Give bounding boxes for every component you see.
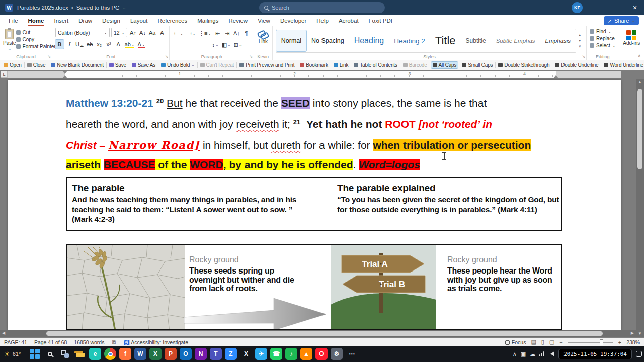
line-spacing-icon[interactable]: ↕⌄ — [211, 40, 219, 49]
quickbar-link[interactable]: Link — [332, 62, 350, 68]
style-no-spacing[interactable]: No Spacing — [306, 30, 349, 51]
app-more[interactable]: ⋯ — [346, 348, 358, 360]
search-box[interactable]: Search — [259, 2, 385, 13]
sort-icon[interactable]: A↓ — [232, 29, 241, 38]
close-button[interactable]: × — [626, 0, 644, 15]
proofing-icon[interactable]: 🖹 — [111, 339, 116, 345]
clear-formatting-icon[interactable]: A — [157, 28, 166, 37]
editing-find-button[interactable]: Find⌄ — [590, 29, 616, 34]
app-teams[interactable]: T — [210, 348, 222, 360]
dialog-launcher-icon[interactable]: ↘ — [249, 54, 253, 59]
font-size-select[interactable]: 12 ⌄ — [111, 28, 127, 37]
decrease-indent-icon[interactable]: ⇤ — [213, 29, 222, 38]
quickbar-save[interactable]: Save — [108, 62, 128, 68]
volume-icon[interactable] — [548, 351, 554, 356]
italic-icon[interactable]: I — [65, 40, 73, 49]
zoom-slider-thumb[interactable] — [600, 339, 603, 345]
parable-table[interactable]: The parable And he was teaching them man… — [66, 177, 562, 231]
page[interactable]: Matthew 13:20-21 20 But he that received… — [8, 80, 621, 330]
tab-mailings[interactable]: Mailings — [193, 15, 223, 26]
tab-developer[interactable]: Developer — [276, 15, 311, 26]
ruler[interactable]: L 1234 — [0, 70, 644, 79]
change-case-icon[interactable]: Aa — [148, 28, 156, 37]
scroll-up-icon[interactable]: ▲ — [636, 80, 644, 84]
style-heading-2[interactable]: Heading 2 — [389, 30, 430, 51]
superscript-icon[interactable]: x² — [105, 40, 113, 49]
align-center-icon[interactable]: ≡ — [182, 40, 191, 49]
taskbar-clock[interactable]: 2025-11-05 19:37:04 — [558, 349, 632, 359]
quickbar-barcode[interactable]: Barcode — [401, 62, 429, 68]
style-heading[interactable]: Heading — [349, 30, 389, 51]
app-zoom[interactable]: Z — [225, 348, 237, 360]
dialog-launcher-icon[interactable]: ↘ — [582, 54, 585, 59]
tab-selector[interactable]: L — [1, 71, 8, 78]
page-of-label[interactable]: Page 41 of 68 — [34, 339, 67, 345]
quickbar-print-preview-and-print[interactable]: Print Preview and Print — [238, 62, 296, 68]
user-avatar[interactable]: KF — [572, 2, 583, 13]
bullets-icon[interactable]: ≔⌄ — [173, 29, 184, 38]
notifications-icon[interactable] — [636, 351, 642, 357]
quickbar-bookmark[interactable]: Bookmark — [298, 62, 329, 68]
tab-foxit-pdf[interactable]: Foxit PDF — [364, 15, 399, 26]
dialog-launcher-icon[interactable]: ↘ — [47, 54, 51, 59]
strikethrough-icon[interactable]: ab — [86, 40, 94, 49]
tab-view[interactable]: View — [253, 15, 275, 26]
scripture-paragraph[interactable]: Matthew 13:20-21 20 But he that received… — [66, 93, 564, 174]
accessibility-status[interactable]: ♿ Accessibility: Investigate — [123, 339, 188, 345]
scroll-down-icon[interactable]: ▼ — [636, 331, 644, 336]
dialog-launcher-icon[interactable]: ↘ — [165, 54, 169, 59]
quickbar-word-underline[interactable]: Word Underline — [602, 62, 644, 68]
minimize-button[interactable] — [590, 0, 608, 15]
rocky-ground-figure[interactable]: Rocky ground These seeds spring up overn… — [66, 244, 562, 330]
read-mode-icon[interactable]: ▤ — [531, 339, 536, 345]
paste-button[interactable]: Paste ⌄ — [3, 28, 16, 53]
quickbar-double-underline[interactable]: Double Underline — [553, 62, 600, 68]
word-count[interactable]: 16850 words — [74, 339, 104, 345]
borders-icon[interactable]: ⊞⌄ — [233, 40, 244, 49]
quickbar-all-caps[interactable]: All Caps — [431, 62, 458, 68]
app-excel[interactable]: X — [149, 348, 162, 360]
network-icon[interactable] — [539, 351, 544, 356]
quickbar-small-caps[interactable]: Small Caps — [460, 62, 494, 68]
quickbar-save-as[interactable]: Save As — [130, 62, 157, 68]
horizontal-scroll-thumb[interactable] — [46, 331, 603, 336]
shrink-font-icon[interactable]: A↓ — [138, 28, 147, 37]
font-color-icon[interactable]: A⌄ — [137, 40, 146, 49]
app-file-explorer[interactable] — [74, 348, 86, 360]
style-emphasis[interactable]: Emphasis — [540, 30, 576, 51]
app-start[interactable] — [29, 348, 41, 360]
gallery-expand-icon[interactable]: ⊽ — [579, 44, 581, 48]
highlight-color-icon[interactable]: ab⌄ — [124, 40, 136, 49]
onedrive-icon[interactable]: ☁ — [530, 351, 535, 357]
document-title[interactable]: Parables 2025.docx • Saved to this PC ⌄ — [17, 5, 126, 11]
tab-file[interactable]: File — [4, 15, 23, 26]
print-layout-icon[interactable]: ▯ — [541, 339, 544, 345]
zoom-percent[interactable]: 238% — [626, 339, 640, 345]
quickbar-undo-bold[interactable]: Undo Bold⌄ — [159, 62, 196, 68]
addins-icon[interactable] — [626, 30, 636, 40]
increase-indent-icon[interactable]: ⇥ — [223, 29, 231, 38]
scroll-right-icon[interactable]: ▶ — [631, 331, 634, 335]
weather-widget[interactable]: ☀ 61° — [4, 350, 21, 358]
quickbar-double-strikethrough[interactable]: Double Strikethrough — [497, 62, 551, 68]
gallery-down-icon[interactable]: ▼ — [578, 39, 582, 42]
style-subtitle[interactable]: Subtitle — [461, 30, 491, 51]
app-firefox[interactable]: f — [119, 348, 131, 360]
app-search[interactable] — [44, 348, 56, 360]
align-left-icon[interactable]: ≡ — [173, 40, 181, 49]
zoom-slider[interactable] — [568, 342, 613, 343]
scroll-left-icon[interactable]: ◀ — [2, 331, 5, 335]
show-marks-icon[interactable]: ¶ — [242, 29, 251, 38]
tab-acrobat[interactable]: Acrobat — [334, 15, 363, 26]
app-whatsapp[interactable]: ☎ — [270, 348, 282, 360]
app-powerpoint[interactable]: P — [165, 348, 177, 360]
multilevel-list-icon[interactable]: ⋮≡⌄ — [198, 29, 212, 38]
tab-draw[interactable]: Draw — [74, 15, 97, 26]
justify-icon[interactable]: ≡ — [201, 40, 210, 49]
app-edge[interactable]: e — [89, 348, 101, 360]
align-right-icon[interactable]: ≡ — [192, 40, 200, 49]
vertical-scrollbar[interactable]: ▲ ▼ — [636, 79, 644, 337]
subscript-icon[interactable]: x₂ — [95, 40, 104, 49]
quickbar-can-t-repeat[interactable]: Can't Repeat — [199, 62, 236, 68]
app-spotify[interactable]: ♪ — [285, 348, 297, 360]
